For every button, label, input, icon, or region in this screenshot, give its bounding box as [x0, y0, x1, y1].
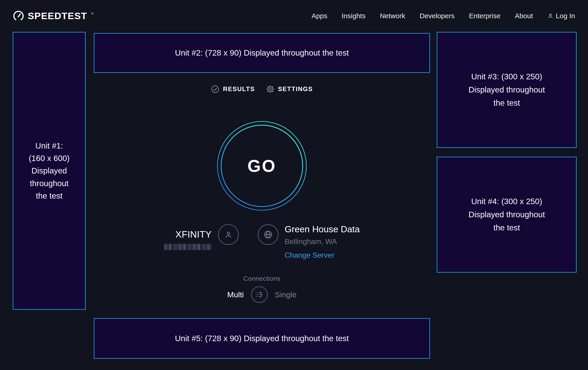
person-icon — [224, 230, 233, 239]
isp-avatar — [218, 224, 239, 245]
nav-item-developers[interactable]: Developers — [420, 12, 455, 20]
tab-results[interactable]: RESULTS — [211, 85, 255, 93]
connections-label: Connections — [94, 275, 430, 282]
connections-single[interactable]: Single — [275, 290, 297, 299]
connections-toggle[interactable] — [251, 286, 268, 303]
isp-name: XFINITY — [164, 229, 211, 240]
nav-item-enterprise[interactable]: Enterprise — [469, 12, 501, 20]
globe-icon — [263, 230, 273, 240]
logo-trademark: ® — [91, 12, 94, 15]
provider-row: XFINITY Green House Data Belling — [94, 224, 430, 260]
speedtest-logo[interactable]: SPEEDTEST ® — [13, 10, 94, 21]
ad-unit-3-text: Unit #3: (300 x 250) Displayed throughou… — [469, 70, 545, 109]
ad-unit-3: Unit #3: (300 x 250) Displayed throughou… — [437, 32, 577, 148]
nav-item-insights[interactable]: Insights — [342, 12, 365, 20]
server-avatar — [258, 224, 279, 245]
tab-settings[interactable]: SETTINGS — [266, 85, 313, 93]
ad-unit-4: Unit #4: (300 x 250) Displayed throughou… — [437, 157, 577, 273]
tab-settings-label: SETTINGS — [278, 86, 313, 93]
ad-unit-1-text: Unit #1: (160 x 600) Displayed throughou… — [29, 140, 70, 202]
gear-icon — [266, 85, 275, 93]
multi-connection-arrows-icon — [254, 290, 264, 300]
ad-unit-5: Unit #5: (728 x 90) Displayed throughout… — [94, 318, 430, 359]
change-server-link[interactable]: Change Server — [284, 251, 360, 260]
server-location: Bellingham, WA — [284, 237, 360, 246]
nav-item-network[interactable]: Network — [380, 12, 405, 20]
ad-unit-2: Unit #2: (728 x 90) Displayed throughout… — [94, 33, 430, 73]
login-button[interactable]: Log In — [547, 12, 575, 20]
server-block: Green House Data Bellingham, WA Change S… — [284, 224, 360, 260]
speedtest-page: SPEEDTEST ® Apps Insights Network Develo… — [0, 0, 588, 370]
ad-unit-2-text: Unit #2: (728 x 90) Displayed throughout… — [175, 47, 349, 59]
logo-text: SPEEDTEST — [28, 11, 87, 21]
user-icon — [547, 13, 553, 19]
go-button[interactable]: GO — [217, 121, 307, 211]
navbar: SPEEDTEST ® Apps Insights Network Develo… — [0, 0, 588, 32]
gauge-icon — [13, 10, 24, 21]
nav-item-about[interactable]: About — [515, 12, 533, 20]
isp-block: XFINITY — [164, 229, 211, 250]
nav-item-apps[interactable]: Apps — [312, 12, 327, 20]
ip-redacted-blur — [164, 244, 211, 250]
ad-unit-5-text: Unit #5: (728 x 90) Displayed throughout… — [175, 332, 349, 345]
go-label: GO — [217, 121, 307, 211]
tabs-row: RESULTS — [94, 85, 430, 93]
login-label: Log In — [556, 12, 575, 20]
tab-results-label: RESULTS — [223, 86, 255, 93]
connections-row: Multi Single — [94, 286, 430, 303]
main-nav: Apps Insights Network Developers Enterpr… — [312, 12, 575, 20]
connections-multi[interactable]: Multi — [227, 290, 244, 299]
check-circle-icon — [211, 85, 220, 93]
server-name: Green House Data — [284, 224, 360, 234]
ad-unit-4-text: Unit #4: (300 x 250) Displayed throughou… — [469, 195, 545, 234]
ad-unit-1: Unit #1: (160 x 600) Displayed throughou… — [13, 32, 86, 310]
